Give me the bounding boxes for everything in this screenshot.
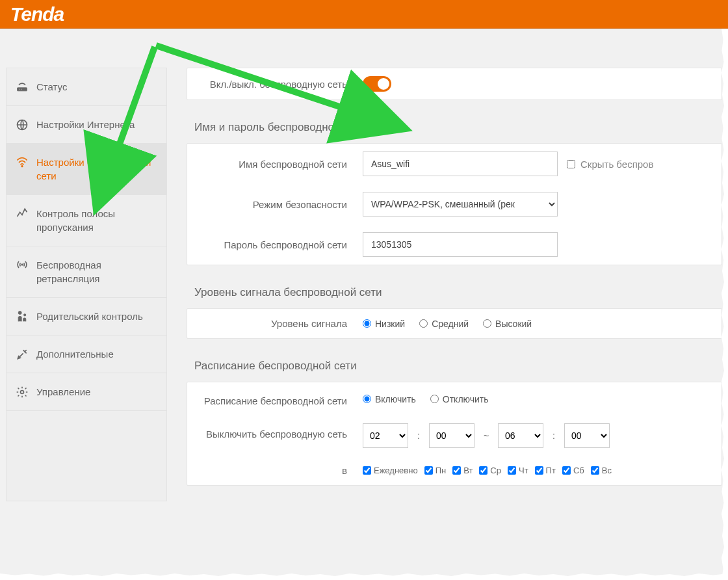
svg-point-1 xyxy=(19,88,20,90)
day-sun[interactable]: Вс xyxy=(591,466,612,475)
colon-sep: : xyxy=(552,430,555,441)
router-icon xyxy=(16,81,29,94)
signal-high-radio[interactable] xyxy=(483,319,491,328)
hide-ssid-checkbox[interactable] xyxy=(567,160,575,168)
svg-point-6 xyxy=(18,311,21,315)
signal-low-option[interactable]: Низкий xyxy=(363,319,405,329)
sidebar-item-label: Настройки беспроводной сети xyxy=(36,155,157,183)
day-tue-cb[interactable] xyxy=(452,466,461,475)
torn-edge-right xyxy=(722,29,728,580)
torn-edge-bottom xyxy=(0,573,728,580)
day-tue[interactable]: Вт xyxy=(452,466,473,475)
svg-point-4 xyxy=(21,165,23,166)
schedule-off-label: Отключить xyxy=(443,394,489,404)
security-label: Режим безопасности xyxy=(200,198,347,211)
svg-point-7 xyxy=(24,314,26,316)
sidebar-item-wifi[interactable]: Настройки беспроводной сети xyxy=(6,144,166,195)
chart-icon xyxy=(16,207,29,220)
signal-high-option[interactable]: Высокий xyxy=(483,319,532,329)
signal-low-label: Низкий xyxy=(375,319,405,329)
password-input[interactable] xyxy=(363,232,558,257)
schedule-off-radio[interactable] xyxy=(430,395,439,403)
gear-icon xyxy=(16,386,29,399)
signal-mid-option[interactable]: Средний xyxy=(419,319,469,329)
hide-ssid-label: Скрыть беспров xyxy=(580,159,653,170)
day-sun-cb[interactable] xyxy=(591,466,599,475)
section-title-schedule: Расписание беспроводной сети xyxy=(187,354,722,382)
day-fri[interactable]: Пт xyxy=(535,466,556,475)
days-label: в xyxy=(200,464,347,477)
day-sat-label: Сб xyxy=(573,466,584,475)
signal-mid-label: Средний xyxy=(432,319,469,329)
password-label: Пароль беспроводной сети xyxy=(200,238,347,252)
wifi-toggle-label: Вкл./выкл. беспроводную сеть xyxy=(200,77,347,91)
day-fri-label: Пт xyxy=(546,466,556,475)
from-hour-select[interactable]: 02 xyxy=(363,423,408,448)
sidebar-item-label: Статус xyxy=(36,80,67,94)
schedule-on-radio[interactable] xyxy=(363,395,371,403)
day-sat[interactable]: Сб xyxy=(562,466,584,475)
schedule-off-option[interactable]: Отключить xyxy=(430,394,489,404)
ssid-label: Имя беспроводной сети xyxy=(200,157,347,171)
day-tue-label: Вт xyxy=(463,466,473,475)
sidebar-item-repeater[interactable]: Беспроводная ретрансляция xyxy=(6,246,166,298)
day-daily-label: Ежедневно xyxy=(374,466,418,475)
signal-high-label: Высокий xyxy=(495,319,532,329)
wifi-enable-toggle[interactable] xyxy=(363,76,391,92)
globe-icon xyxy=(16,118,29,131)
to-hour-select[interactable]: 06 xyxy=(498,423,543,448)
main-content: Вкл./выкл. беспроводную сеть Имя и парол… xyxy=(187,68,722,501)
day-daily[interactable]: Ежедневно xyxy=(363,466,418,475)
repeater-icon xyxy=(16,258,29,271)
range-sep: ~ xyxy=(484,430,489,441)
day-daily-cb[interactable] xyxy=(363,466,371,475)
day-wed[interactable]: Ср xyxy=(479,466,501,475)
sidebar-item-internet[interactable]: Настройки Интернета xyxy=(6,106,166,144)
signal-low-radio[interactable] xyxy=(363,319,371,328)
sidebar-item-parental[interactable]: Родительский контроль xyxy=(6,298,166,336)
sidebar-item-label: Дополнительные xyxy=(36,347,114,361)
days-row: Ежедневно Пн Вт Ср Чт Пт Сб Вс xyxy=(363,466,708,475)
day-thu-label: Чт xyxy=(519,466,528,475)
ssid-input[interactable] xyxy=(363,152,558,176)
time-range: 02 : 00 ~ 06 : 00 xyxy=(363,423,708,448)
sidebar-item-label: Управление xyxy=(36,385,90,399)
family-icon xyxy=(16,310,29,323)
day-mon-cb[interactable] xyxy=(424,466,433,475)
day-mon[interactable]: Пн xyxy=(424,466,447,475)
svg-point-8 xyxy=(21,390,24,393)
brand-logo: Tenda xyxy=(10,3,64,25)
day-sat-cb[interactable] xyxy=(562,466,571,475)
security-select[interactable]: WPA/WPA2-PSK, смешанный (рек xyxy=(363,192,558,217)
signal-radios: Низкий Средний Высокий xyxy=(363,319,708,329)
wifi-icon xyxy=(16,155,29,168)
day-wed-cb[interactable] xyxy=(479,466,488,475)
sidebar: Статус Настройки Интернета Настройки бес… xyxy=(6,68,167,501)
hide-ssid-row[interactable]: Скрыть беспров xyxy=(567,159,653,170)
signal-mid-radio[interactable] xyxy=(419,319,428,328)
day-fri-cb[interactable] xyxy=(535,466,543,475)
svg-point-2 xyxy=(21,88,22,90)
day-mon-label: Пн xyxy=(436,466,447,475)
day-thu[interactable]: Чт xyxy=(508,466,528,475)
tools-icon xyxy=(16,348,29,361)
sidebar-item-bandwidth[interactable]: Контроль полосы пропускания xyxy=(6,195,166,246)
schedule-on-option[interactable]: Включить xyxy=(363,394,416,404)
header: Tenda xyxy=(0,0,728,29)
to-min-select[interactable]: 00 xyxy=(564,423,610,448)
schedule-on-label: Включить xyxy=(375,394,416,404)
sidebar-item-management[interactable]: Управление xyxy=(6,373,166,411)
sidebar-item-label: Настройки Интернета xyxy=(36,118,135,131)
colon-sep: : xyxy=(417,430,420,441)
svg-point-5 xyxy=(21,264,23,266)
sidebar-item-status[interactable]: Статус xyxy=(6,68,166,106)
sidebar-item-label: Контроль полосы пропускания xyxy=(36,207,157,234)
section-title-signal: Уровень сигнала беспроводной сети xyxy=(187,281,722,308)
day-wed-label: Ср xyxy=(490,466,501,475)
schedule-label: Расписание беспроводной сети xyxy=(200,390,347,408)
signal-label: Уровень сигнала xyxy=(200,317,347,330)
day-thu-cb[interactable] xyxy=(508,466,516,475)
sidebar-item-label: Беспроводная ретрансляция xyxy=(36,258,157,285)
sidebar-item-advanced[interactable]: Дополнительные xyxy=(6,336,166,373)
from-min-select[interactable]: 00 xyxy=(429,423,474,448)
